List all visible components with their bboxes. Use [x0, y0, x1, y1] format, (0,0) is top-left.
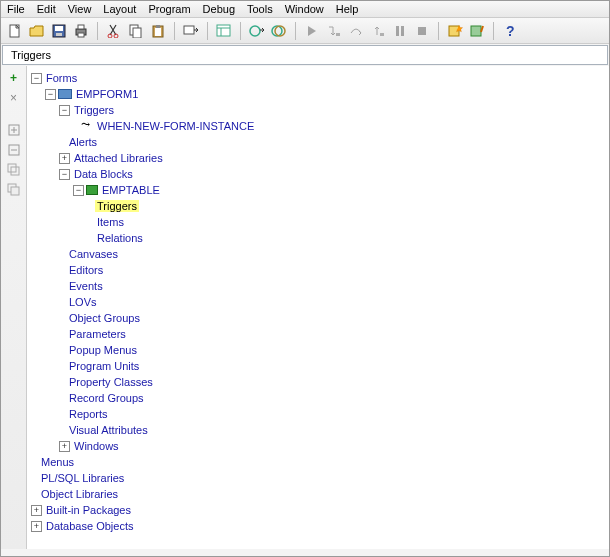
toggle-forms[interactable]: −: [31, 73, 42, 84]
toolbar-sep: [438, 22, 439, 40]
cut-icon[interactable]: [105, 22, 123, 40]
node-plsql-libraries[interactable]: PL/SQL Libraries: [39, 472, 126, 484]
collapse-icon[interactable]: [5, 142, 23, 158]
node-alerts[interactable]: Alerts: [67, 136, 99, 148]
save-icon[interactable]: [50, 22, 68, 40]
paste-icon[interactable]: [149, 22, 167, 40]
toggle-windows[interactable]: +: [59, 441, 70, 452]
menu-debug[interactable]: Debug: [203, 3, 235, 15]
node-parameters[interactable]: Parameters: [67, 328, 128, 340]
run-icon[interactable]: [303, 22, 321, 40]
toolbar: ?: [1, 18, 609, 44]
node-triggers[interactable]: Triggers: [72, 104, 116, 116]
expand-icon[interactable]: [5, 122, 23, 138]
node-events[interactable]: Events: [67, 280, 105, 292]
copy-icon[interactable]: [127, 22, 145, 40]
node-reports[interactable]: Reports: [67, 408, 110, 420]
node-emptable[interactable]: EMPTABLE: [100, 184, 162, 196]
node-menus[interactable]: Menus: [39, 456, 76, 468]
delete-button[interactable]: ×: [5, 90, 23, 106]
svg-rect-14: [184, 26, 194, 34]
menu-edit[interactable]: Edit: [37, 3, 56, 15]
node-empform1[interactable]: EMPFORM1: [74, 88, 140, 100]
node-object-groups[interactable]: Object Groups: [67, 312, 142, 324]
expand-all-icon[interactable]: [5, 162, 23, 178]
toolbar-sep: [493, 22, 494, 40]
node-emptable-relations[interactable]: Relations: [95, 232, 145, 244]
step-into-icon[interactable]: [325, 22, 343, 40]
node-property-classes[interactable]: Property Classes: [67, 376, 155, 388]
node-when-new-form-instance[interactable]: WHEN-NEW-FORM-INSTANCE: [95, 120, 256, 132]
compile-all-icon[interactable]: [270, 22, 288, 40]
stop-icon[interactable]: [413, 22, 431, 40]
node-canvases[interactable]: Canvases: [67, 248, 120, 260]
add-button[interactable]: +: [5, 70, 23, 86]
menu-program[interactable]: Program: [148, 3, 190, 15]
node-visual-attributes[interactable]: Visual Attributes: [67, 424, 150, 436]
module-icon[interactable]: [182, 22, 200, 40]
svg-rect-37: [11, 187, 19, 195]
node-builtin-packages[interactable]: Built-in Packages: [44, 504, 133, 516]
svg-rect-25: [418, 27, 426, 35]
node-popup-menus[interactable]: Popup Menus: [67, 344, 139, 356]
svg-rect-3: [56, 33, 62, 36]
node-emptable-triggers[interactable]: Triggers: [95, 200, 139, 212]
toggle-builtin[interactable]: +: [31, 505, 42, 516]
toggle-triggers[interactable]: −: [59, 105, 70, 116]
svg-text:?: ?: [506, 24, 515, 38]
node-object-libraries[interactable]: Object Libraries: [39, 488, 120, 500]
wizard-icon[interactable]: [446, 22, 464, 40]
menu-view[interactable]: View: [68, 3, 92, 15]
node-program-units[interactable]: Program Units: [67, 360, 141, 372]
node-emptable-items[interactable]: Items: [95, 216, 126, 228]
node-editors[interactable]: Editors: [67, 264, 105, 276]
svg-rect-24: [401, 26, 404, 36]
new-icon[interactable]: [6, 22, 24, 40]
menu-tools[interactable]: Tools: [247, 3, 273, 15]
menu-layout[interactable]: Layout: [103, 3, 136, 15]
node-forms[interactable]: Forms: [44, 72, 79, 84]
block-icon: [86, 185, 98, 195]
step-out-icon[interactable]: [369, 22, 387, 40]
node-record-groups[interactable]: Record Groups: [67, 392, 146, 404]
wizard2-icon[interactable]: [468, 22, 486, 40]
toolbar-sep: [240, 22, 241, 40]
trigger-icon: [81, 121, 93, 131]
layout-icon[interactable]: [215, 22, 233, 40]
svg-rect-22: [380, 33, 384, 36]
menubar: File Edit View Layout Program Debug Tool…: [1, 1, 609, 18]
open-icon[interactable]: [28, 22, 46, 40]
step-over-icon[interactable]: [347, 22, 365, 40]
svg-rect-27: [471, 26, 481, 36]
print-icon[interactable]: [72, 22, 90, 40]
svg-rect-23: [396, 26, 399, 36]
menu-file[interactable]: File: [7, 3, 25, 15]
svg-rect-5: [78, 25, 84, 29]
pathbar[interactable]: Triggers: [2, 45, 608, 65]
menu-window[interactable]: Window: [285, 3, 324, 15]
svg-rect-13: [156, 25, 160, 28]
node-windows[interactable]: Windows: [72, 440, 121, 452]
svg-rect-35: [11, 167, 19, 175]
menu-help[interactable]: Help: [336, 3, 359, 15]
svg-rect-10: [133, 28, 141, 38]
toggle-emptable[interactable]: −: [73, 185, 84, 196]
collapse-all-icon[interactable]: [5, 182, 23, 198]
toggle-attached-libs[interactable]: +: [59, 153, 70, 164]
svg-rect-6: [78, 33, 84, 37]
toggle-db-objects[interactable]: +: [31, 521, 42, 532]
node-lovs[interactable]: LOVs: [67, 296, 99, 308]
pathbar-value: Triggers: [11, 49, 51, 61]
toolbar-sep: [174, 22, 175, 40]
toggle-data-blocks[interactable]: −: [59, 169, 70, 180]
toolbar-sep: [97, 22, 98, 40]
form-icon: [58, 89, 72, 99]
compile-icon[interactable]: [248, 22, 266, 40]
help-icon[interactable]: ?: [501, 22, 519, 40]
pause-icon[interactable]: [391, 22, 409, 40]
svg-rect-12: [155, 28, 161, 36]
node-attached-libraries[interactable]: Attached Libraries: [72, 152, 165, 164]
node-data-blocks[interactable]: Data Blocks: [72, 168, 135, 180]
toggle-empform1[interactable]: −: [45, 89, 56, 100]
node-database-objects[interactable]: Database Objects: [44, 520, 135, 532]
